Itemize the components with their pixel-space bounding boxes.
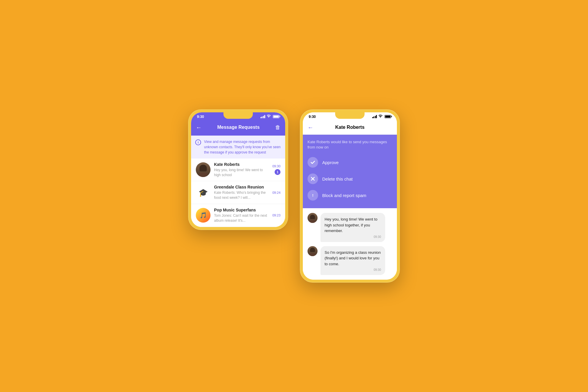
approve-icon	[308, 157, 318, 168]
left-wifi-icon	[267, 115, 271, 119]
chat-badge-kate: 1	[275, 169, 280, 175]
message-row-1: Hey you, long time! We went to high scho…	[308, 213, 392, 242]
right-battery	[385, 115, 391, 118]
approve-action[interactable]: Approve	[308, 154, 392, 171]
right-status-bar: 9:30	[303, 112, 397, 121]
delete-action[interactable]: Delete this chat	[308, 171, 392, 187]
chat-meta-greendale: 09:24	[272, 191, 280, 194]
signal-bar-4	[264, 115, 265, 118]
approve-label: Approve	[322, 160, 339, 165]
message-time-1: 09:30	[325, 235, 381, 238]
right-signal-bar-2	[373, 116, 374, 118]
chat-preview-greendale: Kate Roberts: Who's bringing the food ne…	[214, 190, 269, 200]
right-signal-bar-4	[376, 115, 377, 118]
message-bubble-2: So I'm organizing a class reunion (final…	[320, 246, 385, 275]
chat-content-kate: Kate Roberts Hey you, long time! We went…	[214, 162, 269, 178]
message-time-2: 09:30	[325, 268, 381, 271]
left-time: 9:30	[197, 115, 204, 119]
chat-name-popmusic: Pop Music Superfans	[214, 208, 269, 212]
chat-content-popmusic: Pop Music Superfans Tom Jones: Can't wai…	[214, 208, 269, 223]
chat-content-greendale: Greendale Class Reunion Kate Roberts: Wh…	[214, 185, 269, 200]
block-icon: !	[308, 190, 318, 201]
info-icon: i	[195, 139, 201, 145]
right-time: 9:30	[309, 115, 316, 119]
message-text-1: Hey you, long time! We went to high scho…	[325, 216, 381, 234]
left-header: ← Message Requests 🗑	[191, 121, 285, 136]
chat-item-greendale[interactable]: 🎓 Greendale Class Reunion Kate Roberts: …	[191, 181, 285, 204]
chat-preview-kate: Hey you, long time! We went to high scho…	[214, 168, 269, 178]
right-signal-bar-3	[375, 116, 376, 118]
left-header-title: Message Requests	[202, 125, 275, 130]
left-battery-fill	[273, 116, 279, 118]
info-banner: i View and manage message requests from …	[191, 136, 285, 159]
message-text-2: So I'm organizing a class reunion (final…	[325, 250, 381, 267]
graduation-emoji: 🎓	[198, 189, 208, 196]
avatar-popmusic: 🎵	[196, 208, 211, 223]
delete-icon	[308, 174, 318, 184]
chat-item-popmusic[interactable]: 🎵 Pop Music Superfans Tom Jones: Can't w…	[191, 204, 285, 227]
chat-meta-popmusic: 09:23	[272, 213, 280, 217]
signal-bar-2	[262, 116, 263, 118]
info-text: View and manage message requests from un…	[204, 139, 281, 155]
chat-time-kate: 09:30	[272, 164, 280, 168]
left-battery	[273, 115, 279, 118]
phones-container: 9:30	[188, 109, 400, 283]
chat-name-kate: Kate Roberts	[214, 162, 269, 167]
right-status-icons	[372, 115, 391, 119]
left-notch	[223, 112, 253, 119]
chat-list: Kate Roberts Hey you, long time! We went…	[191, 159, 285, 227]
message-bubble-1: Hey you, long time! We went to high scho…	[320, 213, 385, 242]
right-phone-inner: 9:30	[303, 112, 397, 280]
chat-preview-popmusic: Tom Jones: Can't wait for the next album…	[214, 213, 269, 223]
right-signal	[372, 115, 377, 118]
left-status-bar: 9:30	[191, 112, 285, 121]
chat-time-popmusic: 09:23	[272, 213, 280, 217]
right-back-button[interactable]: ←	[308, 124, 313, 131]
delete-label: Delete this chat	[322, 176, 353, 181]
right-phone: 9:30	[300, 109, 400, 283]
chat-name-greendale: Greendale Class Reunion	[214, 185, 269, 189]
music-emoji: 🎵	[200, 212, 207, 219]
message-row-2: So I'm organizing a class reunion (final…	[308, 246, 392, 275]
right-battery-fill	[385, 116, 390, 118]
svg-text:!: !	[312, 193, 313, 198]
signal-bar-1	[260, 117, 261, 118]
left-status-icons	[260, 115, 280, 119]
left-signal	[260, 115, 265, 118]
messages-area: Hey you, long time! We went to high scho…	[303, 208, 397, 280]
msg-avatar-2	[308, 246, 318, 256]
right-notch	[335, 112, 365, 119]
chat-item-kate[interactable]: Kate Roberts Hey you, long time! We went…	[191, 159, 285, 181]
action-panel: Kate Roberts would like to send you mess…	[303, 135, 397, 208]
signal-bar-3	[263, 116, 264, 118]
right-header-title: Kate Roberts	[313, 125, 386, 130]
left-phone-inner: 9:30	[191, 112, 285, 227]
left-trash-button[interactable]: 🗑	[275, 124, 280, 131]
block-action[interactable]: ! Block and report spam	[308, 187, 392, 203]
chat-meta-kate: 09:30 1	[272, 164, 280, 175]
chat-time-greendale: 09:24	[272, 191, 280, 194]
avatar-kate	[196, 162, 211, 177]
msg-avatar-1	[308, 213, 318, 223]
block-label: Block and report spam	[322, 193, 366, 198]
action-description: Kate Roberts would like to send you mess…	[308, 139, 392, 150]
right-header: ← Kate Roberts	[303, 121, 397, 135]
right-wifi-icon	[379, 115, 383, 119]
left-phone: 9:30	[188, 109, 288, 230]
left-back-button[interactable]: ←	[196, 124, 202, 131]
avatar-greendale: 🎓	[196, 185, 211, 200]
right-signal-bar-1	[372, 117, 373, 118]
